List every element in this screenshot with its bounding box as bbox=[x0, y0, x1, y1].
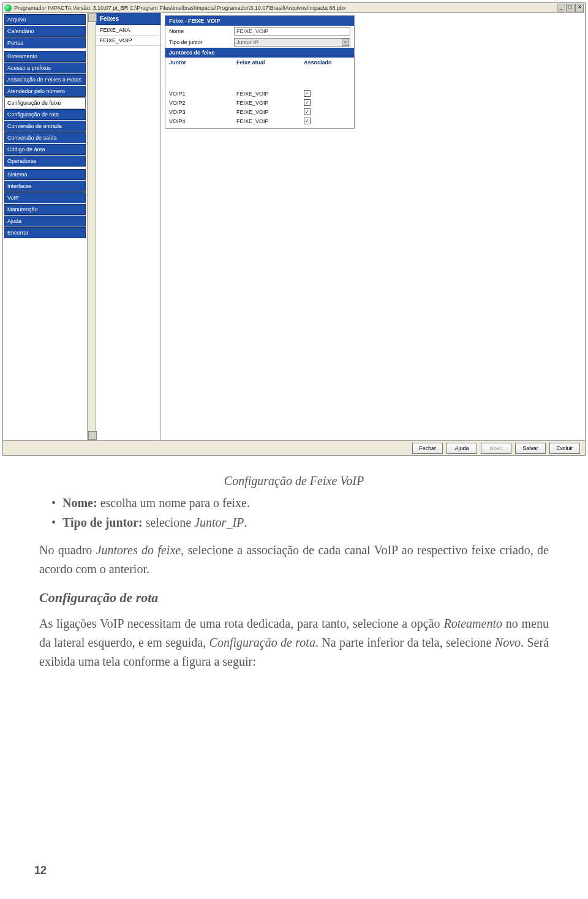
novo-button[interactable]: Novo bbox=[481, 443, 511, 454]
right-panel: Feixe - FEIXE_VOIP Nome Tipo de juntor J… bbox=[161, 13, 585, 440]
left-nav: ArquivoCalendárioPortasRoteamentoAcesso … bbox=[3, 13, 88, 440]
tipo-juntor-value: Juntor IP bbox=[236, 39, 258, 45]
nav-item-interfaces[interactable]: Interfaces bbox=[4, 181, 86, 192]
nav-item-acesso-a-prefixos[interactable]: Acesso a prefixos bbox=[4, 62, 86, 73]
button-bar: Fechar Ajuda Novo Salvar Excluir bbox=[3, 440, 585, 455]
nav-item-operadoras[interactable]: Operadoras bbox=[4, 156, 86, 167]
nav-item-ajuda[interactable]: Ajuda bbox=[4, 216, 86, 227]
figure-caption: Configuração de Feixe VoIP bbox=[39, 474, 549, 488]
paragraph-1: No quadro Juntores do feixe, selecione a… bbox=[39, 541, 549, 579]
left-scrollbar[interactable] bbox=[88, 13, 96, 440]
juntor-row: VOIP2FEIXE_VOIP✓ bbox=[165, 98, 354, 107]
juntor-feixe: FEIXE_VOIP bbox=[236, 109, 304, 115]
app-body: ArquivoCalendárioPortasRoteamentoAcesso … bbox=[3, 13, 585, 440]
ajuda-button[interactable]: Ajuda bbox=[447, 443, 477, 454]
close-button[interactable]: ✕ bbox=[575, 4, 584, 12]
nav-item-manuten-o[interactable]: Manutenção bbox=[4, 204, 86, 215]
feixe-item-feixe_ana[interactable]: FEIXE_ANA bbox=[96, 25, 160, 36]
bullet-tipo-text-a: selecione bbox=[143, 516, 194, 529]
feixe-item-feixe_voip[interactable]: FEIXE_VOIP bbox=[96, 36, 160, 46]
assoc-checkbox[interactable]: ✓ bbox=[304, 108, 311, 115]
col-associado: Associado bbox=[304, 59, 350, 66]
maximize-button[interactable]: ▢ bbox=[566, 4, 575, 12]
subheading-config-rota: Configuração de rota bbox=[39, 590, 549, 606]
feixes-column: Feixes FEIXE_ANAFEIXE_VOIP bbox=[96, 13, 161, 440]
salvar-button[interactable]: Salvar bbox=[515, 443, 546, 454]
nav-item-configura-o-de-rota[interactable]: Configuração de rota bbox=[4, 109, 86, 120]
nav-item-atendedor-pelo-n-mero[interactable]: Atendedor pelo número bbox=[4, 86, 86, 97]
nav-item-configura-o-de-feixe[interactable]: Configuração de feixe bbox=[4, 97, 86, 108]
nav-item-calend-rio[interactable]: Calendário bbox=[4, 26, 86, 37]
bullet-nome: Nome: escolha um nome para o feixe. bbox=[51, 493, 549, 513]
nome-label: Nome bbox=[169, 28, 230, 34]
bullet-nome-text: escolha um nome para o feixe. bbox=[97, 496, 250, 510]
title-bar: Programador IMPACTA Versão: 3.10.07 pt_B… bbox=[3, 3, 585, 13]
juntor-name: VOIP1 bbox=[169, 91, 236, 97]
bullet-list: Nome: escolha um nome para o feixe. Tipo… bbox=[51, 493, 549, 532]
col-feixe-atual: Feixe atual bbox=[236, 59, 304, 66]
nav-item-convers-o-de-sa-da[interactable]: Conversão de saída bbox=[4, 132, 86, 143]
assoc-checkbox[interactable]: ✓ bbox=[304, 118, 311, 124]
nome-input[interactable] bbox=[234, 27, 350, 36]
juntor-feixe: FEIXE_VOIP bbox=[236, 100, 304, 106]
nav-item-portas[interactable]: Portas bbox=[4, 37, 86, 48]
juntor-row: VOIP4FEIXE_VOIP✓ bbox=[165, 116, 354, 126]
app-icon bbox=[4, 4, 12, 12]
bullet-nome-label: Nome: bbox=[62, 496, 97, 510]
nav-item-convers-o-de-entrada[interactable]: Conversão de entrada bbox=[4, 121, 86, 132]
bullet-tipo-text-b: Juntor_IP bbox=[194, 516, 244, 529]
assoc-checkbox[interactable]: ✓ bbox=[304, 99, 311, 106]
juntor-assoc-cell: ✓ bbox=[304, 99, 350, 106]
feixe-form-panel: Feixe - FEIXE_VOIP Nome Tipo de juntor J… bbox=[165, 15, 355, 129]
assoc-checkbox[interactable]: ✓ bbox=[304, 90, 311, 97]
juntor-name: VOIP3 bbox=[169, 109, 236, 115]
document-body: Configuração de Feixe VoIP Nome: escolha… bbox=[2, 456, 586, 701]
window-title: Programador IMPACTA Versão: 3.10.07 pt_B… bbox=[14, 5, 556, 11]
window-controls: _ ▢ ✕ bbox=[556, 4, 584, 12]
juntores-subheader: Juntores do feixe bbox=[165, 48, 354, 58]
juntor-name: VOIP2 bbox=[169, 100, 236, 106]
tipo-juntor-label: Tipo de juntor bbox=[169, 39, 230, 45]
bullet-tipo: Tipo de juntor: selecione Juntor_IP. bbox=[51, 513, 549, 532]
chevron-down-icon: ▾ bbox=[342, 39, 349, 46]
excluir-button[interactable]: Excluir bbox=[549, 443, 580, 454]
tipo-juntor-select[interactable]: Juntor IP ▾ bbox=[234, 38, 350, 47]
nav-item-voip[interactable]: VoIP bbox=[4, 192, 86, 203]
page-number: 12 bbox=[34, 864, 47, 877]
juntor-name: VOIP4 bbox=[169, 118, 236, 124]
juntor-assoc-cell: ✓ bbox=[304, 108, 350, 115]
paragraph-2: As ligações VoIP necessitam de uma rota … bbox=[39, 614, 549, 671]
feixe-panel-title: Feixe - FEIXE_VOIP bbox=[165, 16, 354, 26]
feixes-list: FEIXE_ANAFEIXE_VOIP bbox=[96, 25, 160, 440]
juntor-row: VOIP1FEIXE_VOIP✓ bbox=[165, 89, 354, 98]
fechar-button[interactable]: Fechar bbox=[412, 443, 443, 454]
juntor-row: VOIP3FEIXE_VOIP✓ bbox=[165, 107, 354, 116]
nav-item-associa-o-de-feixes-a-rotas[interactable]: Associação de Feixes a Rotas bbox=[4, 74, 86, 85]
nav-item-encerrar[interactable]: Encerrar bbox=[4, 227, 86, 238]
app-window: Programador IMPACTA Versão: 3.10.07 pt_B… bbox=[2, 2, 586, 456]
juntor-assoc-cell: ✓ bbox=[304, 118, 350, 124]
juntor-feixe: FEIXE_VOIP bbox=[236, 118, 304, 124]
minimize-button[interactable]: _ bbox=[557, 4, 565, 12]
juntores-table-header: Juntor Feixe atual Associado bbox=[165, 58, 354, 69]
nav-item-c-digo-de-rea[interactable]: Código de área bbox=[4, 144, 86, 155]
juntor-assoc-cell: ✓ bbox=[304, 90, 350, 97]
col-juntor: Juntor bbox=[169, 59, 236, 66]
bullet-tipo-label: Tipo de juntor: bbox=[62, 516, 143, 529]
nav-item-sistema[interactable]: Sistema bbox=[4, 169, 86, 180]
nav-item-arquivo[interactable]: Arquivo bbox=[4, 14, 86, 25]
nav-item-roteamento[interactable]: Roteamento bbox=[4, 51, 86, 62]
feixes-header: Feixes bbox=[96, 13, 160, 25]
juntor-feixe: FEIXE_VOIP bbox=[236, 91, 304, 97]
